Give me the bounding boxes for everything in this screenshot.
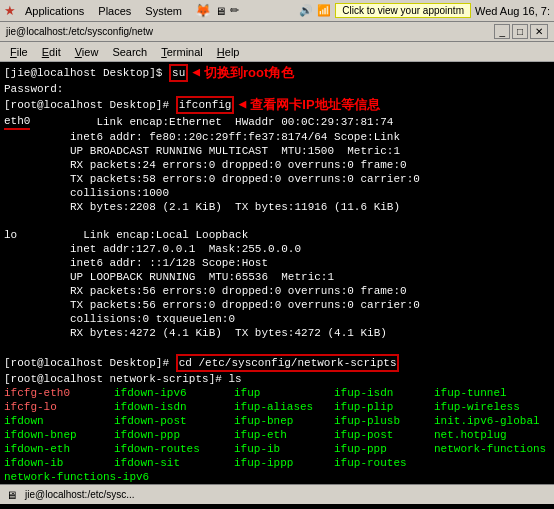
edit-icon: ✏ xyxy=(230,4,239,17)
prompt1: [jie@localhost Desktop]$ xyxy=(4,66,169,80)
eth0-label: eth0 xyxy=(4,114,30,130)
ls-command: ls xyxy=(228,372,241,386)
ls-r5c4: ifup-ppp xyxy=(334,442,434,456)
prompt2: [root@localhost Desktop]# xyxy=(4,98,176,112)
volume-icon: 🔊 xyxy=(299,4,313,17)
password-text: Password: xyxy=(4,82,63,96)
ls-r3c4: ifup-plusb xyxy=(334,414,434,428)
annotation2: 查看网卡IP地址等信息 xyxy=(250,98,379,112)
annotation1: 切换到root角色 xyxy=(204,66,294,80)
ls-r5c3: ifup-ib xyxy=(234,442,334,456)
lo-label: lo xyxy=(4,228,17,242)
ls-r2c5: ifup-wireless xyxy=(434,400,520,414)
search-menu[interactable]: Search xyxy=(106,45,153,59)
applications-menu[interactable]: Applications xyxy=(20,3,89,19)
lo-collisions: collisions:0 txqueuelen:0 xyxy=(4,312,550,326)
ls-r6c1: ifdown-ib xyxy=(4,456,114,470)
eth0-bytes: RX bytes:2208 (2.1 KiB) TX bytes:11916 (… xyxy=(4,200,550,214)
ls-r2c1: ifcfg-lo xyxy=(4,400,114,414)
lo-inet6: inet6 addr: ::1/128 Scope:Host xyxy=(4,256,550,270)
ls-r4c1: ifdown-bnep xyxy=(4,428,114,442)
ls-row6: ifdown-ib ifdown-sit ifup-ippp ifup-rout… xyxy=(4,456,550,484)
ls-r5c1: ifdown-eth xyxy=(4,442,114,456)
ls-r6c2: ifdown-sit xyxy=(114,456,234,470)
system-menu[interactable]: System xyxy=(140,3,187,19)
ls-line: [root@localhost network-scripts]# ls xyxy=(4,372,550,386)
arrow2: ◀ xyxy=(238,98,246,112)
ls-r4c2: ifdown-ppp xyxy=(114,428,234,442)
lo-inet: inet addr:127.0.0.1 Mask:255.0.0.0 xyxy=(4,242,550,256)
prompt4: [root@localhost Desktop]# xyxy=(4,356,176,370)
minimize-button[interactable]: _ xyxy=(494,24,510,39)
eth0-inet6: inet6 addr: fe80::20c:29ff:fe37:8174/64 … xyxy=(4,130,550,144)
ls-r6c4: ifup-routes xyxy=(334,456,434,470)
eth0-info1: Link encap:Ethernet HWaddr 00:0C:29:37:8… xyxy=(30,115,393,129)
ls-r3c5: init.ipv6-global xyxy=(434,414,540,428)
ls-r6c5: network-functions-ipv6 xyxy=(4,470,149,484)
eth0-flags: UP BROADCAST RUNNING MULTICAST MTU:1500 … xyxy=(4,144,550,158)
browser-icon: 🦊 xyxy=(195,3,211,18)
maximize-button[interactable]: □ xyxy=(512,24,528,39)
ls-row2: ifcfg-lo ifdown-isdn ifup-aliases ifup-p… xyxy=(4,400,550,414)
edit-menu[interactable]: Edit xyxy=(36,45,67,59)
terminal-title: jie@localhost:/etc/sysconfig/netw xyxy=(6,26,492,37)
app-icon: ★ xyxy=(4,3,16,18)
cd-line: [root@localhost Desktop]# cd /etc/syscon… xyxy=(4,354,550,372)
ifconfig-command: ifconfig xyxy=(176,96,235,114)
ls-r3c1: ifdown xyxy=(4,414,114,428)
system-top-bar: ★ Applications Places System 🦊 🖥 ✏ 🔊 📶 C… xyxy=(0,0,554,22)
terminal-title-bar: jie@localhost:/etc/sysconfig/netw _ □ ✕ xyxy=(0,22,554,42)
ls-r5c5: network-functions xyxy=(434,442,546,456)
terminal-body: [jie@localhost Desktop]$ su ◀ 切换到root角色 … xyxy=(0,62,554,484)
ifconfig-line: [root@localhost Desktop]# ifconfig ◀ 查看网… xyxy=(4,96,550,114)
eth0-collisions: collisions:1000 xyxy=(4,186,550,200)
eth0-tx: TX packets:58 errors:0 dropped:0 overrun… xyxy=(4,172,550,186)
prompt5: [root@localhost network-scripts]# xyxy=(4,372,228,386)
su-command: su xyxy=(169,64,188,82)
help-menu[interactable]: Help xyxy=(211,45,246,59)
terminal-menu-bar: File Edit View Search Terminal Help xyxy=(0,42,554,62)
clock: Wed Aug 16, 7: xyxy=(475,5,550,17)
ls-row3: ifdown ifdown-post ifup-bnep ifup-plusb … xyxy=(4,414,550,428)
eth0-header: eth0 Link encap:Ethernet HWaddr 00:0C:29… xyxy=(4,114,550,130)
ls-r1c2: ifdown-ipv6 xyxy=(114,386,234,400)
ls-r4c3: ifup-eth xyxy=(234,428,334,442)
file-menu[interactable]: File xyxy=(4,45,34,59)
ls-r2c2: ifdown-isdn xyxy=(114,400,234,414)
lo-flags: UP LOOPBACK RUNNING MTU:65536 Metric:1 xyxy=(4,270,550,284)
eth0-rx1: RX packets:24 errors:0 dropped:0 overrun… xyxy=(4,158,550,172)
ls-r1c4: ifup-isdn xyxy=(334,386,434,400)
ls-r2c3: ifup-aliases xyxy=(234,400,334,414)
network-icon: 🖥 xyxy=(215,5,226,17)
network-status-icon: 📶 xyxy=(317,4,331,17)
ls-row5: ifdown-eth ifdown-routes ifup-ib ifup-pp… xyxy=(4,442,550,456)
notification-bar[interactable]: Click to view your appointm xyxy=(335,3,471,18)
ls-r1c3: ifup xyxy=(234,386,334,400)
terminal-icon: 🖥 xyxy=(6,489,17,501)
ls-r6c3: ifup-ippp xyxy=(234,456,334,470)
status-bar: 🖥 jie@localhost:/etc/sysc... xyxy=(0,484,554,504)
ls-r5c2: ifdown-routes xyxy=(114,442,234,456)
lo-bytes: RX bytes:4272 (4.1 KiB) TX bytes:4272 (4… xyxy=(4,326,550,340)
ls-r1c1: ifcfg-eth0 xyxy=(4,386,114,400)
password-line: Password: xyxy=(4,82,550,96)
ls-r4c5: net.hotplug xyxy=(434,428,507,442)
lo-rx1: RX packets:56 errors:0 dropped:0 overrun… xyxy=(4,284,550,298)
ls-r4c4: ifup-post xyxy=(334,428,434,442)
su-line: [jie@localhost Desktop]$ su ◀ 切换到root角色 xyxy=(4,64,550,82)
cd-command: cd /etc/sysconfig/network-scripts xyxy=(176,354,400,372)
lo-header: lo Link encap:Local Loopback xyxy=(4,228,550,242)
blank2 xyxy=(4,340,550,354)
close-button[interactable]: ✕ xyxy=(530,24,548,39)
arrow1: ◀ xyxy=(192,66,200,80)
ls-r1c5: ifup-tunnel xyxy=(434,386,507,400)
terminal-menu[interactable]: Terminal xyxy=(155,45,209,59)
ls-r3c2: ifdown-post xyxy=(114,414,234,428)
ls-row4: ifdown-bnep ifdown-ppp ifup-eth ifup-pos… xyxy=(4,428,550,442)
blank1 xyxy=(4,214,550,228)
status-path: jie@localhost:/etc/sysc... xyxy=(25,489,135,500)
ls-row1: ifcfg-eth0 ifdown-ipv6 ifup ifup-isdn if… xyxy=(4,386,550,400)
ls-r3c3: ifup-bnep xyxy=(234,414,334,428)
places-menu[interactable]: Places xyxy=(93,3,136,19)
view-menu[interactable]: View xyxy=(69,45,105,59)
